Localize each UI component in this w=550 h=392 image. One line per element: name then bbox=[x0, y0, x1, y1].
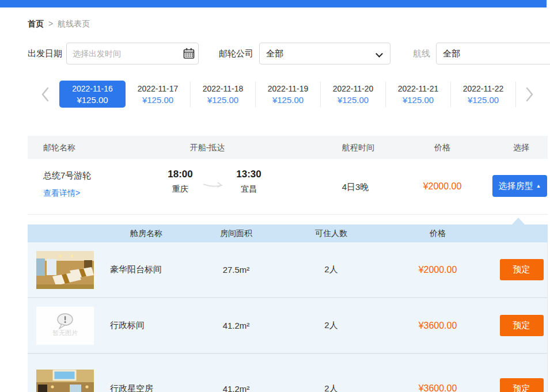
date-tab-2022-11-18[interactable]: 2022-11-18 ¥125.00 bbox=[191, 82, 256, 107]
arrival-city: 宜昌 bbox=[236, 184, 261, 195]
date-tab-date: 2022-11-19 bbox=[256, 84, 320, 93]
header-schedule: 开船-抵达 bbox=[190, 136, 225, 159]
date-tab-2022-11-19[interactable]: 2022-11-19 ¥125.00 bbox=[256, 82, 321, 107]
room-row: 暂无图片 行政标间 41.2m² 2人 ¥3600.00 预定 bbox=[28, 298, 548, 354]
calendar-icon[interactable] bbox=[183, 47, 195, 60]
book-button[interactable]: 预定 bbox=[500, 259, 544, 280]
header-room-capacity: 可住人数 bbox=[282, 229, 380, 239]
date-tab-2022-11-17[interactable]: 2022-11-17 ¥125.00 bbox=[126, 82, 191, 107]
header-room-area: 房间面积 bbox=[190, 229, 282, 239]
route-value: 全部 bbox=[443, 48, 460, 59]
header-cruise-name: 邮轮名称 bbox=[43, 136, 75, 159]
room-table: 舱房名称 房间面积 可住人数 价格 bbox=[28, 224, 548, 392]
room-name: 豪华阳台标间 bbox=[103, 264, 190, 275]
cruise-company-label: 邮轮公司 bbox=[219, 43, 253, 64]
cruise-price: ¥2000.00 bbox=[423, 181, 462, 192]
room-name: 行政标间 bbox=[103, 320, 190, 331]
no-image-icon: 暂无图片 bbox=[36, 307, 94, 345]
date-tab-price: ¥125.00 bbox=[126, 95, 190, 105]
departure-time: 18:00 bbox=[168, 169, 192, 180]
book-button[interactable]: 预定 bbox=[500, 378, 544, 392]
departure-date-input[interactable] bbox=[67, 44, 183, 63]
cruise-booking-page: 首页>航线表页 出发日期 邮轮公司 全部 航线 全部 bbox=[0, 0, 550, 392]
room-price: ¥3600.00 bbox=[380, 321, 495, 331]
room-photo bbox=[36, 251, 94, 289]
triangle-up-icon: ▲ bbox=[536, 184, 541, 189]
cabin-photo-icon bbox=[36, 370, 94, 392]
route-select[interactable]: 全部 bbox=[436, 43, 550, 64]
chevron-down-icon bbox=[375, 50, 383, 58]
room-row: 行政星空房 41.2m² 2人 ¥3600.00 预定 bbox=[28, 354, 548, 392]
date-tab-date: 2022-11-21 bbox=[386, 84, 450, 93]
date-tab-date: 2022-11-16 bbox=[59, 84, 126, 93]
cruise-company-value: 全部 bbox=[266, 48, 283, 59]
date-tab-price: ¥125.00 bbox=[451, 95, 515, 105]
room-capacity: 2人 bbox=[282, 320, 380, 331]
route-label: 航线 bbox=[413, 43, 430, 64]
room-area: 27.5m² bbox=[190, 265, 282, 275]
room-price: ¥2000.00 bbox=[380, 265, 495, 275]
header-room-price: 价格 bbox=[380, 229, 495, 239]
cruise-name: 总统7号游轮 bbox=[43, 170, 91, 181]
header-price: 价格 bbox=[434, 136, 450, 159]
date-tab-2022-11-22[interactable]: 2022-11-22 ¥125.00 bbox=[451, 82, 516, 107]
book-button[interactable]: 预定 bbox=[500, 315, 544, 336]
date-tab-price: ¥125.00 bbox=[386, 95, 450, 105]
cruise-table-header: 邮轮名称 开船-抵达 航程时间 价格 选择 bbox=[28, 136, 548, 159]
arrival-time: 13:30 bbox=[236, 169, 261, 180]
header-room-name: 舱房名称 bbox=[103, 229, 190, 239]
date-tab-2022-11-21[interactable]: 2022-11-21 ¥125.00 bbox=[386, 82, 451, 107]
date-tab-price: ¥125.00 bbox=[191, 95, 255, 105]
departure-date-picker[interactable] bbox=[66, 43, 199, 64]
room-area: 41.2m² bbox=[190, 384, 282, 392]
view-details-link[interactable]: 查看详情> bbox=[43, 188, 80, 199]
departure-date-label: 出发日期 bbox=[28, 43, 62, 64]
date-tab-date: 2022-11-22 bbox=[451, 84, 515, 93]
date-tab-date: 2022-11-17 bbox=[126, 84, 190, 93]
room-table-header: 舱房名称 房间面积 可住人数 价格 bbox=[28, 224, 548, 242]
date-tab-2022-11-20[interactable]: 2022-11-20 ¥125.00 bbox=[321, 82, 386, 107]
departure-city: 重庆 bbox=[168, 184, 192, 195]
cruise-row: 总统7号游轮 查看详情> 18:00 重庆 13:30 宜昌 4日3晚 ¥200… bbox=[28, 159, 548, 215]
room-capacity: 2人 bbox=[282, 264, 380, 275]
select-room-label: 选择房型 bbox=[499, 181, 533, 192]
arrival-stop: 13:30 宜昌 bbox=[236, 169, 261, 195]
breadcrumb-current: 航线表页 bbox=[58, 19, 90, 28]
date-tab-price: ¥125.00 bbox=[256, 95, 320, 105]
chevron-left-icon[interactable] bbox=[38, 85, 53, 104]
cabin-photo-icon bbox=[36, 251, 94, 289]
trip-duration: 4日3晚 bbox=[342, 182, 369, 193]
date-tab-price: ¥125.00 bbox=[59, 95, 126, 105]
breadcrumb-home-link[interactable]: 首页 bbox=[28, 19, 44, 28]
header-duration: 航程时间 bbox=[342, 136, 374, 159]
date-tab-date: 2022-11-20 bbox=[321, 84, 385, 93]
room-row: 豪华阳台标间 27.5m² 2人 ¥2000.00 预定 bbox=[28, 242, 548, 298]
no-image-text: 暂无图片 bbox=[52, 329, 78, 336]
departure-stop: 18:00 重庆 bbox=[168, 169, 192, 195]
date-tab-price: ¥125.00 bbox=[321, 95, 385, 105]
date-tab-2022-11-16[interactable]: 2022-11-16 ¥125.00 bbox=[59, 81, 126, 108]
date-tabs-carousel: 2022-11-16 ¥125.00 2022-11-17 ¥125.00 20… bbox=[0, 77, 550, 112]
cruise-company-select[interactable]: 全部 bbox=[259, 43, 390, 64]
date-tab-date: 2022-11-18 bbox=[191, 84, 255, 93]
filter-bar: 出发日期 邮轮公司 全部 航线 全部 bbox=[0, 43, 550, 64]
select-room-button[interactable]: 选择房型 ▲ bbox=[492, 175, 547, 197]
room-name: 行政星空房 bbox=[103, 383, 190, 392]
header-select: 选择 bbox=[513, 136, 529, 159]
room-capacity: 2人 bbox=[282, 383, 380, 392]
top-nav-bar bbox=[0, 0, 547, 7]
chevron-right-icon[interactable] bbox=[522, 85, 537, 104]
breadcrumb-separator: > bbox=[48, 19, 53, 28]
room-photo-placeholder: 暂无图片 bbox=[36, 307, 94, 345]
route-arrow-icon bbox=[203, 181, 225, 190]
room-area: 41.2m² bbox=[190, 321, 282, 330]
room-price: ¥3600.00 bbox=[380, 383, 495, 392]
breadcrumb: 首页>航线表页 bbox=[28, 19, 90, 29]
room-photo bbox=[36, 370, 94, 392]
